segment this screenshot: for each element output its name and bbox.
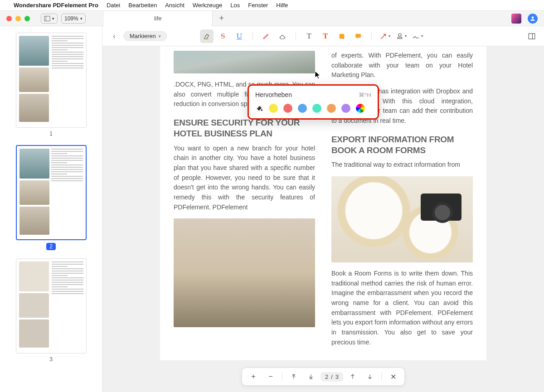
text-button[interactable]: T	[302, 29, 316, 43]
prev-page-button[interactable]	[345, 369, 360, 384]
window-titlebar: ▾ 109% ▾ life +	[0, 11, 544, 26]
popup-title: Hervorheben	[255, 91, 292, 98]
menu-los[interactable]: Los	[230, 2, 240, 9]
minimize-window-icon[interactable]	[15, 16, 21, 21]
color-swatch-purple[interactable]	[341, 104, 350, 113]
last-page-button[interactable]	[303, 369, 319, 384]
svg-rect-0	[44, 16, 50, 21]
menu-ansicht[interactable]: Ansicht	[165, 2, 185, 9]
highlight-button[interactable]	[200, 29, 214, 43]
color-swatch-red[interactable]	[283, 104, 292, 113]
article-image	[331, 176, 473, 262]
sticky-note-button[interactable]	[335, 29, 349, 43]
stamp-button[interactable]: ▾	[394, 29, 408, 43]
traffic-lights	[0, 16, 30, 21]
body-text: The traditional way to extract informati…	[331, 160, 473, 170]
text-callout-button[interactable]: T	[319, 29, 332, 43]
user-avatar-icon[interactable]	[528, 14, 538, 24]
color-swatch-teal[interactable]	[312, 104, 321, 113]
section-heading: ENSURE SECURITY FOR YOUR HOTEL BUSINESS …	[174, 117, 315, 139]
document-tab[interactable]: life	[104, 11, 213, 26]
color-swatch-yellow[interactable]	[269, 104, 278, 113]
arrow-button[interactable]: ▾	[378, 29, 392, 43]
draw-button[interactable]	[259, 29, 273, 43]
add-tab-button[interactable]: +	[213, 14, 231, 23]
svg-point-2	[532, 16, 534, 19]
page-sep: /	[331, 373, 333, 380]
mark-mode-dropdown[interactable]: Markieren ▾	[123, 31, 167, 41]
close-nav-button[interactable]: ✕	[385, 369, 401, 384]
menu-hilfe[interactable]: Hilfe	[276, 2, 288, 9]
comment-button[interactable]	[351, 29, 365, 43]
zoom-level-select[interactable]: 109% ▾	[61, 14, 86, 24]
mark-mode-label: Markieren	[130, 33, 156, 39]
color-swatch-blue[interactable]	[298, 104, 307, 113]
menubar-app[interactable]: Wondershare PDFelement Pro	[14, 2, 98, 9]
page-current: 2	[325, 373, 328, 380]
underline-button[interactable]: U	[233, 29, 246, 43]
zoom-out-button[interactable]: −	[263, 369, 278, 384]
next-page-button[interactable]	[362, 369, 378, 384]
zoom-in-button[interactable]: +	[246, 369, 261, 384]
page-thumbnail[interactable]: 2	[16, 145, 87, 250]
section-heading: EXPORT INFORMATION FROM BOOK A ROOM FORM…	[331, 134, 473, 156]
back-button[interactable]: ‹	[108, 32, 121, 40]
body-text: of experts. With PDFelement, you can eas…	[331, 51, 473, 80]
svg-rect-4	[355, 34, 361, 37]
macos-menubar: Wondershare PDFelement Pro Datei Bearbei…	[0, 0, 544, 11]
body-text: Book a Room Forms is to write them down.…	[331, 269, 473, 348]
popup-shortcut: ⌘^H	[359, 92, 372, 98]
first-page-button[interactable]	[286, 369, 301, 384]
page-thumbnail[interactable]: 3	[16, 258, 87, 363]
svg-rect-7	[529, 34, 535, 39]
sidebar-layout-button[interactable]: ▾	[41, 14, 58, 24]
strikethrough-button[interactable]: S	[216, 29, 230, 43]
color-swatch-orange[interactable]	[327, 104, 336, 113]
tab-label: life	[154, 15, 162, 22]
highlight-options-popup: Hervorheben ⌘^H	[248, 84, 379, 120]
annotate-toolbar: ‹ Markieren ▾ S U T T	[102, 26, 544, 46]
maximize-window-icon[interactable]	[24, 16, 30, 21]
menu-bearbeiten[interactable]: Bearbeiten	[128, 2, 157, 9]
paint-bucket-icon[interactable]	[255, 104, 263, 112]
side-panel-button[interactable]	[525, 29, 539, 43]
sign-button[interactable]: ▾	[411, 29, 424, 43]
page-thumbnail[interactable]: 1	[16, 33, 87, 137]
zoom-value: 109%	[64, 15, 78, 22]
page-indicator[interactable]: 2 / 3	[321, 372, 343, 382]
page-total: 3	[335, 373, 339, 380]
svg-point-9	[261, 109, 262, 111]
page-nav-toolbar: + − 2 / 3 ✕	[242, 368, 405, 386]
menu-fenster[interactable]: Fenster	[248, 2, 268, 9]
svg-rect-6	[398, 37, 402, 39]
thumb-number: 3	[49, 356, 53, 363]
thumb-number: 2	[46, 243, 56, 250]
color-picker-icon[interactable]	[356, 104, 365, 113]
article-image	[174, 218, 315, 327]
svg-point-5	[398, 34, 401, 36]
body-text: You want to open a new branch for your h…	[174, 144, 315, 213]
eraser-button[interactable]	[276, 29, 289, 43]
thumbnails-panel: 1 2 3	[0, 26, 102, 392]
app-brand-icon[interactable]	[511, 14, 521, 24]
menu-werkzeuge[interactable]: Werkzeuge	[193, 2, 223, 9]
menu-datei[interactable]: Datei	[107, 2, 120, 9]
close-window-icon[interactable]	[6, 16, 12, 21]
thumb-number: 1	[49, 131, 53, 137]
article-image	[174, 51, 315, 73]
